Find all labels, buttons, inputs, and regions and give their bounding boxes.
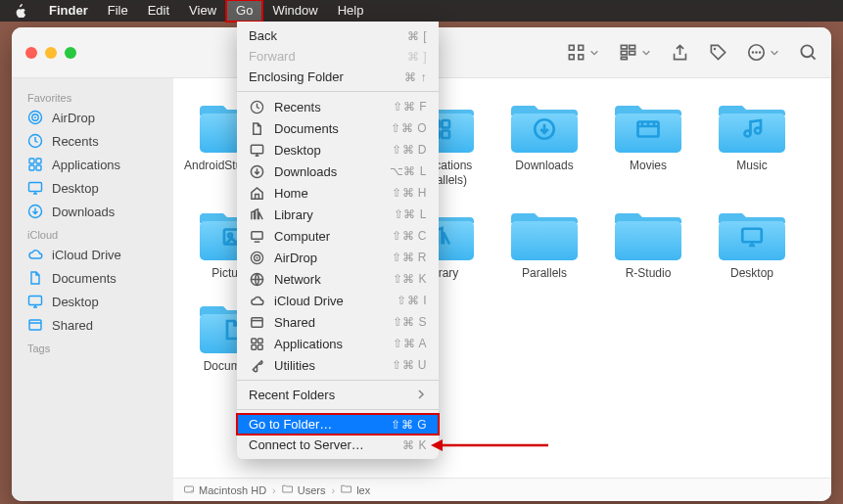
menu-item-library[interactable]: Library⇧⌘ L [237,204,439,225]
shortcut-label: ⇧⌘ I [397,294,427,307]
menubar-item-file[interactable]: File [98,0,138,22]
computer-icon [249,228,264,244]
apps-icon [249,336,264,351]
menu-item-downloads[interactable]: Downloads⌥⌘ L [237,160,439,182]
path-label: Macintosh HD [199,484,266,496]
folder-label: Downloads [515,159,573,173]
menu-item-label: Utilities [274,358,315,373]
sidebar-item-applications[interactable]: Applications [12,153,173,176]
apple-menu-icon[interactable] [12,3,27,19]
folder-label: R-Studio [626,266,672,281]
sidebar-item-documents[interactable]: Documents [12,266,173,290]
go-menu-dropdown: Back⌘ [Forward⌘ ]Enclosing Folder⌘ ↑Rece… [237,22,439,459]
menu-item-network[interactable]: Network⇧⌘ K [237,268,439,290]
window-controls[interactable] [12,47,90,59]
action-menu-button[interactable] [747,43,779,62]
desktop-icon [27,180,43,196]
shortcut-label: ⇧⌘ O [391,121,427,135]
sidebar-item-airdrop[interactable]: AirDrop [12,106,173,129]
movie-icon [615,100,681,153]
menu-item-recents[interactable]: Recents⇧⌘ F [237,96,439,117]
sidebar-item-label: iCloud Drive [52,248,121,262]
folder-icon [719,207,785,260]
path-segment-lex[interactable]: lex [341,483,370,497]
menubar-item-view[interactable]: View [179,0,226,22]
folder-label: Parallels [522,266,567,281]
menu-item-go-to-folder[interactable]: Go to Folder…⇧⌘ G [237,414,439,435]
download-icon [249,163,264,179]
sidebar-item-downloads[interactable]: Downloads [12,200,173,223]
sidebar-item-shared[interactable]: Shared [12,313,173,337]
doc-icon [249,120,264,136]
menubar-app-name[interactable]: Finder [39,0,98,22]
menu-item-icloud-drive[interactable]: iCloud Drive⇧⌘ I [237,290,439,311]
chevron-right-icon [417,388,427,402]
menu-item-label: Downloads [274,164,337,179]
sidebar-item-icloud-drive[interactable]: iCloud Drive [12,243,173,266]
menu-item-connect-to-server[interactable]: Connect to Server…⌘ K [237,435,439,455]
menubar-item-edit[interactable]: Edit [138,0,179,22]
shortcut-label: ⇧⌘ R [392,251,427,264]
search-button[interactable] [799,43,818,62]
menu-item-recent-folders[interactable]: Recent Folders [237,385,439,405]
shortcut-label: ⇧⌘ D [392,143,427,157]
zoom-button[interactable] [65,47,76,59]
path-segment-users[interactable]: Users [282,483,326,497]
close-button[interactable] [25,47,37,59]
sidebar-section-icloud: iCloud [12,223,173,243]
folder-icon [511,207,578,260]
download-icon [511,100,578,153]
path-segment-macintosh-hd[interactable]: Macintosh HD [183,483,266,497]
folder-music[interactable]: Music [700,100,804,188]
shortcut-label: ⌘ K [402,438,427,452]
music-icon [719,100,785,153]
folder-r-studio[interactable]: R-Studio [596,207,700,281]
view-mode-button[interactable] [567,43,599,62]
menu-item-label: Back [249,28,277,43]
menubar-item-help[interactable]: Help [328,0,374,22]
menu-item-computer[interactable]: Computer⇧⌘ C [237,225,439,247]
folder-downloads[interactable]: Downloads [492,100,596,188]
shared-icon [249,314,264,330]
menu-item-utilities[interactable]: Utilities⇧⌘ U [237,354,439,376]
folder-parallels[interactable]: Parallels [492,207,596,281]
menu-item-shared[interactable]: Shared⇧⌘ S [237,311,439,333]
folder-label: Desktop [730,266,773,281]
tags-button[interactable] [709,43,727,62]
shortcut-label: ⌘ ] [407,50,427,64]
share-button[interactable] [671,43,689,62]
menubar-item-go[interactable]: Go [226,0,262,22]
path-label: Users [298,484,326,496]
shortcut-label: ⇧⌘ H [392,186,427,200]
menu-item-documents[interactable]: Documents⇧⌘ O [237,117,439,139]
menu-item-applications[interactable]: Applications⇧⌘ A [237,333,439,354]
clock-icon [249,99,264,115]
shortcut-label: ⌘ ↑ [404,70,427,84]
sidebar-item-desktop[interactable]: Desktop [12,290,173,313]
menu-item-desktop[interactable]: Desktop⇧⌘ D [237,139,439,160]
menu-item-airdrop[interactable]: AirDrop⇧⌘ R [237,247,439,268]
menu-item-label: Recent Folders [249,388,335,402]
sidebar-item-recents[interactable]: Recents [12,129,173,153]
sidebar-item-label: AirDrop [52,111,95,125]
menu-item-back[interactable]: Back⌘ [ [237,25,439,46]
shortcut-label: ⇧⌘ C [392,229,427,243]
minimize-button[interactable] [45,47,57,59]
chevron-right-icon: › [331,484,335,496]
folder-desktop[interactable]: Desktop [700,207,804,281]
group-by-button[interactable] [619,43,651,62]
sidebar-item-desktop[interactable]: Desktop [12,176,173,200]
shortcut-label: ⇧⌘ G [391,418,427,432]
desktop-icon [719,207,785,260]
menubar-item-window[interactable]: Window [262,0,327,22]
menu-item-home[interactable]: Home⇧⌘ H [237,182,439,204]
folder-movies[interactable]: Movies [596,100,700,188]
sidebar-item-label: Recents [52,134,99,149]
menu-item-label: AirDrop [274,251,317,265]
menu-item-label: iCloud Drive [274,294,344,308]
menu-item-label: Connect to Server… [249,437,364,452]
menu-item-enclosing-folder[interactable]: Enclosing Folder⌘ ↑ [237,67,439,87]
svg-marker-35 [431,439,443,451]
macos-menubar: Finder FileEditViewGoWindowHelp [0,0,843,22]
shortcut-label: ⇧⌘ A [393,337,427,350]
